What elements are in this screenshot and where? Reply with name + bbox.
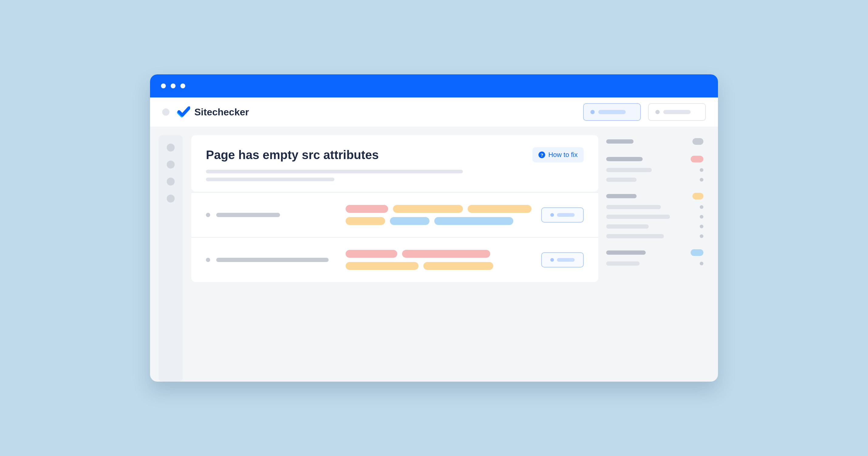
panel-heading: [606, 194, 637, 198]
help-icon: ?: [538, 152, 545, 158]
issue-card: Page has empty src attributes ? How to f…: [191, 135, 598, 192]
brand-logo[interactable]: Sitechecker: [177, 105, 249, 119]
sidebar-item[interactable]: [167, 177, 175, 186]
count-dot: [700, 215, 703, 219]
tag: [346, 205, 388, 213]
count-badge: [691, 249, 703, 256]
how-to-fix-label: How to fix: [548, 151, 578, 159]
sidebar-item[interactable]: [167, 143, 175, 152]
count-dot: [700, 178, 703, 182]
check-icon: [177, 105, 190, 119]
header-button-secondary[interactable]: [648, 103, 706, 121]
count-dot: [700, 262, 703, 265]
tags-group: [346, 250, 532, 270]
panel-item[interactable]: [606, 205, 661, 209]
placeholder-bar: [663, 110, 691, 114]
panel-group: [606, 156, 703, 182]
panel-item[interactable]: [606, 177, 637, 182]
placeholder-dot: [550, 213, 554, 217]
window-control-max[interactable]: [180, 84, 185, 88]
how-to-fix-button[interactable]: ? How to fix: [532, 147, 584, 162]
count-badge: [691, 156, 703, 162]
stage: Sitechecker Page has empty src attribute…: [12, 0, 856, 456]
window-control-close[interactable]: [161, 84, 166, 88]
tag: [346, 217, 385, 225]
placeholder-bar: [557, 258, 575, 262]
panel-item[interactable]: [606, 261, 640, 266]
bullet-icon: [206, 258, 210, 262]
count-dot: [700, 168, 703, 172]
panel-item[interactable]: [606, 168, 652, 172]
url-placeholder: [216, 258, 329, 262]
description-placeholder: [206, 170, 584, 181]
panel-item[interactable]: [606, 234, 664, 238]
sidebar-item[interactable]: [167, 161, 175, 168]
panel-item[interactable]: [606, 224, 649, 229]
panel-group: [606, 193, 703, 238]
sidebar-nav: [158, 135, 183, 382]
placeholder-bar: [557, 213, 575, 217]
panel-group: [606, 138, 703, 145]
list-item: [191, 237, 598, 282]
tag: [346, 262, 418, 270]
panel-heading: [606, 251, 646, 255]
count-dot: [700, 234, 703, 238]
browser-window: Sitechecker Page has empty src attribute…: [150, 74, 718, 382]
issue-list: [191, 192, 598, 282]
tag: [434, 217, 513, 225]
page-title: Page has empty src attributes: [206, 148, 526, 162]
tag: [423, 262, 493, 270]
count-dot: [700, 205, 703, 209]
tag: [402, 250, 490, 258]
panel-group: [606, 249, 703, 266]
tags-group: [346, 205, 532, 225]
app-body: Page has empty src attributes ? How to f…: [150, 127, 718, 382]
panel-heading: [606, 157, 643, 161]
row-action-button[interactable]: [541, 207, 584, 223]
menu-icon[interactable]: [162, 108, 169, 116]
app-header: Sitechecker: [150, 97, 718, 127]
panel-item[interactable]: [606, 215, 670, 219]
brand-name: Sitechecker: [194, 106, 249, 118]
main-area: Page has empty src attributes ? How to f…: [191, 135, 710, 382]
row-action-button[interactable]: [541, 252, 584, 267]
content-column: Page has empty src attributes ? How to f…: [191, 135, 598, 382]
count-dot: [700, 225, 703, 228]
bullet-icon: [206, 213, 210, 217]
tag: [346, 250, 397, 258]
window-control-min[interactable]: [171, 84, 176, 88]
window-titlebar: [150, 74, 718, 97]
url-placeholder: [216, 213, 280, 217]
placeholder-dot: [550, 258, 554, 262]
tag: [393, 205, 463, 213]
placeholder-dot: [655, 110, 660, 114]
sidebar-item[interactable]: [167, 195, 175, 202]
placeholder-dot: [590, 110, 595, 114]
placeholder-bar: [598, 110, 626, 114]
side-panel: [606, 135, 710, 382]
count-badge: [692, 193, 703, 199]
list-item: [191, 192, 598, 237]
tag: [468, 205, 531, 213]
header-button-primary[interactable]: [583, 103, 641, 121]
panel-heading: [606, 139, 633, 143]
tag: [390, 217, 429, 225]
count-badge: [692, 138, 703, 145]
